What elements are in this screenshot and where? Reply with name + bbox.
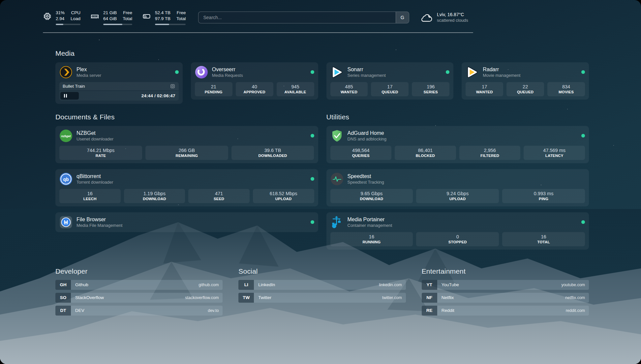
stat-value: 266 GB (147, 148, 227, 153)
stat-value: 834 (549, 84, 584, 89)
bookmark-name: DEV (71, 306, 84, 316)
service-card-radarr[interactable]: Radarr Movie management 17 WANTED 22 QUE… (462, 62, 589, 100)
bookmark-domain: stackoverflow.com (185, 293, 223, 303)
stat-download: 9.65 Gbps DOWNLOAD (330, 189, 413, 203)
status-dot (311, 220, 314, 224)
stat-value: 17 (467, 84, 502, 89)
stat-label: LATENCY (525, 154, 584, 158)
resource-values: 21 GiB64 GiB (103, 10, 117, 22)
service-card-nzbget[interactable]: nzbget NZBGet Usenet downloader 744.21 M… (55, 126, 318, 163)
bookmark-youtube[interactable]: YT YouTube youtube.com (422, 280, 589, 290)
stat-value: 47.569 ms (525, 148, 584, 153)
resource-progress-bar (103, 24, 132, 25)
bookmark-netflix[interactable]: NF Netflix netflix.com (422, 293, 589, 303)
radarr-icon (466, 66, 479, 79)
stats-row: 498,564 QUERIES 86,401 BLOCKED 2,956 FIL… (330, 146, 585, 160)
stat-label: MOVIES (549, 90, 584, 94)
stat-value: 945 (278, 84, 313, 89)
resource-values: 52.4 TB97.9 TB (155, 10, 170, 22)
bookmark-name: Twitter (254, 293, 271, 303)
service-description: Speedtest Tracking (348, 180, 384, 185)
bookmark-stackoverflow[interactable]: SO StackOverflow stackoverflow.com (55, 293, 223, 303)
status-dot (446, 70, 449, 74)
stat-value: 1.19 Gbps (125, 191, 184, 196)
service-description: Media File Management (76, 223, 122, 228)
bookmark-linkedin[interactable]: LI LinkedIn linkedin.com (238, 280, 406, 290)
status-dot (581, 70, 585, 74)
adguard-icon (330, 129, 344, 142)
qbittorrent-icon: qb (59, 172, 73, 186)
stat-value: 498,564 (332, 148, 390, 153)
filebrowser-icon (59, 216, 73, 229)
stat-wanted: 485 WANTED (330, 82, 368, 96)
stat-value: 40 (237, 84, 272, 89)
resource-cpu: 31%2.94 CPULoad (43, 10, 80, 25)
bookmark-abbr: DT (55, 306, 71, 316)
video-icon (170, 83, 175, 89)
stat-queued: 22 QUEUED (506, 82, 544, 96)
overseerr-icon (195, 66, 208, 79)
section-title-utilities: Utilities (326, 113, 589, 121)
stat-value: 196 (413, 84, 448, 89)
service-card-speedtest[interactable]: Speedtest Speedtest Tracking 9.65 Gbps D… (326, 169, 589, 206)
stat-movies: 834 MOVIES (547, 82, 585, 96)
resource-labels: FreeTotal (176, 10, 186, 22)
section-title-entertainment: Entertainment (422, 267, 589, 275)
resource-memory: 21 GiB64 GiB FreeTotal (90, 10, 132, 25)
stat-value: 471 (190, 191, 248, 196)
stat-value: 618.52 Mbps (254, 191, 313, 196)
service-name: NZBGet (76, 130, 113, 136)
service-card-qbittorrent[interactable]: qb qBittorrent Torrent downloader 16 LEE… (55, 169, 318, 206)
stat-value: 0 (417, 234, 498, 239)
service-card-portainer[interactable]: Media Portainer Container management 16 … (326, 212, 589, 250)
search-input[interactable] (198, 12, 396, 23)
stat-pending: 21 PENDING (195, 82, 232, 96)
stat-label: WANTED (332, 90, 367, 94)
section-title-documents: Documents & Files (55, 113, 318, 121)
bookmark-twitter[interactable]: TW Twitter twitter.com (238, 293, 406, 303)
documents-cards: nzbget NZBGet Usenet downloader 744.21 M… (55, 126, 318, 232)
stat-label: STOPPED (417, 240, 498, 244)
weather-widget[interactable]: Lviv, 16.87°C scattered clouds (420, 12, 473, 23)
bookmark-abbr: SO (55, 293, 71, 303)
stat-upload: 618.52 Mbps UPLOAD (253, 189, 314, 203)
status-dot (581, 220, 585, 224)
bookmark-domain: dev.to (208, 306, 223, 316)
bookmark-dev[interactable]: DT DEV dev.to (55, 306, 223, 316)
service-card-filebrowser[interactable]: File Browser Media File Management (55, 212, 318, 232)
portainer-icon (330, 216, 344, 229)
status-bar: 31%2.94 CPULoad 21 GiB64 GiB FreeTotal 5… (43, 10, 473, 25)
stat-filtered: 2,956 FILTERED (459, 146, 521, 160)
service-card-sonarr[interactable]: Sonarr Series management 485 WANTED 17 Q… (326, 62, 454, 100)
resource-labels: CPULoad (71, 10, 80, 22)
service-card-plex[interactable]: Plex Media server Bullet Train 24:44 / 0… (55, 62, 183, 104)
service-name: AdGuard Home (348, 130, 387, 136)
bookmark-reddit[interactable]: RE Reddit reddit.com (422, 306, 589, 316)
bookmark-name: Reddit (437, 306, 454, 316)
stat-value: 39.6 TB (233, 148, 313, 153)
service-name: File Browser (76, 217, 122, 223)
stat-rate: 744.21 Mbps RATE (59, 146, 142, 160)
header-divider (43, 32, 473, 33)
bookmark-github[interactable]: GH Github github.com (55, 280, 223, 290)
service-card-adguard[interactable]: AdGuard Home DNS and adblocking 498,564 … (326, 126, 589, 163)
bookmark-group-social: Social LI LinkedIn linkedin.com TW Twitt… (238, 267, 406, 316)
bookmark-group-developer: Developer GH Github github.com SO StackO… (55, 267, 223, 316)
resource-widgets: 31%2.94 CPULoad 21 GiB64 GiB FreeTotal 5… (43, 10, 186, 25)
stat-label: RUNNING (332, 240, 412, 244)
resource-disk: 52.4 TB97.9 TB FreeTotal (142, 10, 186, 25)
stat-value: 9.24 Gbps (417, 191, 498, 196)
pause-button[interactable] (60, 92, 79, 100)
service-description: Series management (348, 73, 386, 78)
service-card-overseerr[interactable]: Overseerr Media Requests 21 PENDING 40 A… (191, 62, 318, 100)
stats-row: 16 RUNNING 0 STOPPED 16 TOTAL (330, 232, 585, 246)
search-provider-button[interactable]: G (396, 12, 409, 23)
stat-label: DOWNLOAD (125, 197, 184, 201)
stat-series: 196 SERIES (412, 82, 449, 96)
bookmark-name: YouTube (437, 280, 459, 290)
bookmark-abbr: TW (238, 293, 254, 303)
weather-condition: scattered clouds (437, 18, 468, 23)
stat-value: 21 (196, 84, 231, 89)
stat-value: 86,401 (396, 148, 455, 153)
service-name: Speedtest (348, 173, 384, 179)
